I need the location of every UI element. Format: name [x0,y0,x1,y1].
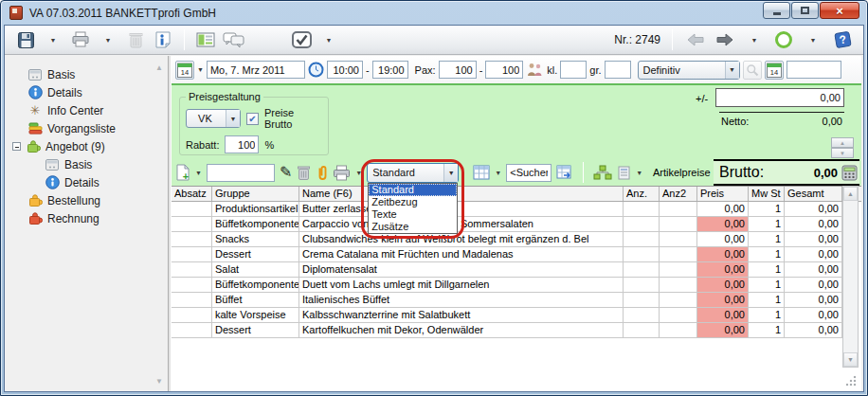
item-filter-input[interactable] [207,164,275,182]
view-mode-select[interactable]: Standard ▼ [367,163,459,183]
time-button[interactable] [308,62,324,78]
maximize-button[interactable] [791,2,819,19]
cell-anz[interactable] [624,293,660,308]
cell-anz2[interactable] [660,308,697,323]
save-button[interactable] [14,27,37,52]
status-select[interactable]: Definitiv ▼ [638,61,740,80]
note-input[interactable] [787,61,841,79]
delete-item-button[interactable] [297,165,311,180]
forward-button[interactable] [714,27,736,52]
table-row[interactable]: Büffetkomponente Carpaccio von Bündnerfl… [172,217,861,232]
dropdown-option-standard[interactable]: Standard [369,184,457,196]
column-header-preis[interactable]: Preis [697,187,749,201]
table-row[interactable]: Dessert Crema Catalana mit Früchten und … [172,247,861,262]
table-row[interactable]: Snacks Clubsandwiches klein auf Weißbrot… [172,232,861,247]
guests-button[interactable] [526,63,544,77]
calendar2-button[interactable]: 14 [765,61,784,80]
cell-anz[interactable] [624,308,660,323]
layout-button[interactable] [194,27,217,52]
column-header-anz2[interactable]: Anz2 [660,187,697,201]
tasks-button[interactable] [290,27,313,52]
attachment-button[interactable] [316,164,328,181]
add-item-dropdown[interactable]: ▼ [195,170,202,176]
sidebar-item-info-center[interactable]: ✳ Info Center [5,101,168,119]
column-header-mwst[interactable]: Mw St [749,187,785,201]
spinner-down-icon[interactable]: ▼ [831,148,854,158]
cell-mwst[interactable]: 1 [749,217,785,232]
vk-select[interactable]: VK ▼ [186,109,241,128]
cell-absatz[interactable] [172,202,212,217]
calculator-button[interactable] [841,165,858,181]
column-header-gruppe[interactable]: Gruppe [212,187,299,201]
cell-preis[interactable]: 0,00 [697,293,749,308]
cell-name[interactable]: Butter zerlassen [299,202,624,217]
cell-gesamt[interactable]: 0,00 [785,323,842,338]
collapse-expander-icon[interactable] [12,142,21,151]
cell-preis[interactable]: 0,00 [697,217,749,232]
cell-mwst[interactable]: 1 [749,262,785,278]
sidebar-scroll-up-icon[interactable]: ▲ [155,63,163,72]
cell-gruppe[interactable]: Büffetkomponente [212,217,299,232]
preise-brutto-checkbox[interactable]: ✔ [246,113,259,125]
cell-gesamt[interactable]: 0,00 [785,308,842,323]
print-dropdown[interactable]: ▼ [97,27,119,52]
calendar-dropdown[interactable]: ▼ [197,66,204,73]
cell-anz2[interactable] [660,217,697,232]
dropdown-option-texte[interactable]: Texte [369,208,457,221]
cell-name[interactable]: Diplomatensalat [299,262,624,278]
cell-anz[interactable] [624,262,660,278]
cell-anz[interactable] [624,202,660,217]
cell-anz[interactable] [624,232,660,247]
sidebar-item-angebot[interactable]: Angebot (9) [5,137,168,155]
cell-absatz[interactable] [172,278,212,293]
cell-gesamt[interactable]: 0,00 [785,262,842,278]
sidebar-item-rechnung[interactable]: Rechnung [5,209,168,227]
column-header-anz[interactable]: Anz. [624,187,660,201]
cell-gesamt[interactable]: 0,00 [785,247,842,262]
cell-anz2[interactable] [660,202,697,217]
cell-preis[interactable]: 0,00 [697,262,749,278]
cell-mwst[interactable]: 1 [749,247,785,262]
cell-anz[interactable] [624,278,660,293]
table-row[interactable]: Büffet Italienisches Büffet 0,00 1 0,00 [172,293,861,308]
cell-anz[interactable] [624,217,660,232]
rabatt-input[interactable] [225,135,259,153]
time-to-input[interactable] [372,61,408,79]
table-row[interactable]: Büffetkomponente Duett vom Lachs umlegt … [172,278,861,293]
spinner-up-icon[interactable]: ▲ [831,137,854,148]
calendar-button[interactable]: 14 [175,61,194,80]
column-header-absatz[interactable]: Absatz [172,187,212,201]
column-header-gesamt[interactable]: Gesamt [785,187,842,201]
history-dropdown[interactable]: ▼ [743,27,766,52]
list-options-dropdown[interactable]: ▼ [636,170,642,176]
pax-to-input[interactable] [485,61,523,79]
cell-mwst[interactable]: 1 [749,278,785,293]
delete-button[interactable] [124,27,147,52]
time-from-input[interactable] [327,61,363,79]
cell-name[interactable]: Kartoffelkuchen mit Dekor, Odenwälder [299,323,624,338]
recent-dropdown[interactable]: ▼ [802,27,824,52]
cell-mwst[interactable]: 1 [749,308,785,323]
cell-preis[interactable]: 0,00 [697,308,749,323]
sidebar-scroll-down-icon[interactable]: ▼ [155,377,163,386]
cell-absatz[interactable] [172,247,212,262]
cell-gesamt[interactable]: 0,00 [785,202,842,217]
sidebar-item-angebot-details[interactable]: Details [5,173,168,191]
cell-gruppe[interactable]: kalte Vorspeise [212,308,299,323]
cell-anz2[interactable] [660,232,697,247]
add-item-button[interactable]: + [175,164,190,181]
sidebar-item-vorgangsliste[interactable]: Vorgangsliste [5,119,168,137]
cell-preis[interactable]: 0,00 [697,278,749,293]
cell-absatz[interactable] [172,323,212,338]
tasks-dropdown[interactable]: ▼ [317,27,340,52]
table-row[interactable]: Produktionsartikel Butter zerlassen 0,00… [172,202,861,217]
kl-input[interactable] [560,61,587,79]
comments-button[interactable] [222,27,244,52]
sidebar-item-bestellung[interactable]: Bestellung [5,191,168,209]
cell-anz2[interactable] [660,247,697,262]
cell-preis[interactable]: 0,00 [697,202,749,217]
gr-input[interactable] [605,61,631,79]
cell-gruppe[interactable]: Produktionsartikel [212,202,299,217]
cell-gruppe[interactable]: Büffet [212,293,299,308]
sidebar-item-basis[interactable]: Basis [5,65,168,83]
